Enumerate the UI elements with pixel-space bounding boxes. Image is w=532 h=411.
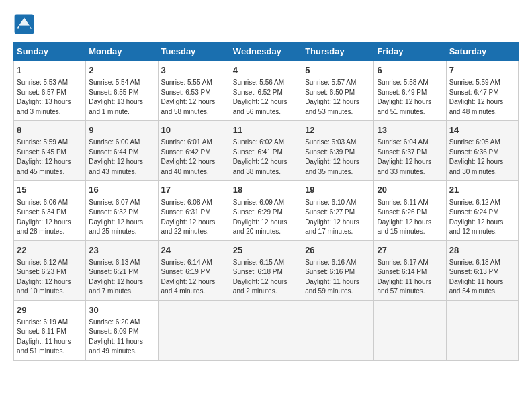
day-info: Sunrise: 6:08 AMSunset: 6:31 PMDaylight:… (161, 198, 227, 237)
day-info: Sunrise: 6:00 AMSunset: 6:44 PMDaylight:… (89, 138, 154, 177)
day-number: 11 (233, 124, 299, 136)
col-header-tuesday: Tuesday (158, 42, 230, 61)
table-row: 26Sunrise: 6:16 AMSunset: 6:16 PMDayligh… (302, 240, 374, 300)
day-number: 26 (305, 244, 371, 257)
calendar-table: SundayMondayTuesdayWednesdayThursdayFrid… (13, 42, 519, 361)
day-number: 4 (233, 64, 299, 77)
day-info: Sunrise: 5:59 AMSunset: 6:45 PMDaylight:… (17, 138, 83, 177)
col-header-thursday: Thursday (302, 42, 374, 61)
day-number: 29 (17, 304, 83, 316)
table-row: 9Sunrise: 6:00 AMSunset: 6:44 PMDaylight… (86, 121, 158, 181)
table-row: 23Sunrise: 6:13 AMSunset: 6:21 PMDayligh… (86, 240, 158, 300)
day-info: Sunrise: 6:10 AMSunset: 6:27 PMDaylight:… (305, 198, 371, 237)
day-info: Sunrise: 6:01 AMSunset: 6:42 PMDaylight:… (161, 138, 227, 177)
table-row: 20Sunrise: 6:11 AMSunset: 6:26 PMDayligh… (374, 181, 446, 240)
day-info: Sunrise: 6:11 AMSunset: 6:26 PMDaylight:… (377, 198, 443, 237)
day-number: 16 (89, 184, 154, 196)
day-info: Sunrise: 5:56 AMSunset: 6:52 PMDaylight:… (233, 78, 299, 117)
day-info: Sunrise: 6:20 AMSunset: 6:09 PMDaylight:… (89, 318, 154, 357)
table-row (230, 300, 302, 360)
table-row: 14Sunrise: 6:05 AMSunset: 6:36 PMDayligh… (446, 121, 518, 181)
table-row: 6Sunrise: 5:58 AMSunset: 6:49 PMDaylight… (374, 61, 446, 121)
day-info: Sunrise: 5:58 AMSunset: 6:49 PMDaylight:… (377, 78, 443, 117)
day-info: Sunrise: 6:13 AMSunset: 6:21 PMDaylight:… (89, 258, 154, 297)
day-info: Sunrise: 5:59 AMSunset: 6:47 PMDaylight:… (449, 78, 515, 117)
table-row: 18Sunrise: 6:09 AMSunset: 6:29 PMDayligh… (230, 181, 302, 240)
day-number: 5 (305, 64, 371, 77)
day-info: Sunrise: 6:12 AMSunset: 6:23 PMDaylight:… (17, 258, 83, 297)
col-header-sunday: Sunday (14, 42, 86, 61)
day-number: 1 (17, 64, 83, 77)
day-number: 9 (89, 124, 154, 136)
day-number: 8 (17, 124, 83, 136)
day-number: 2 (89, 64, 154, 77)
day-number: 18 (233, 184, 299, 196)
table-row: 15Sunrise: 6:06 AMSunset: 6:34 PMDayligh… (14, 181, 86, 240)
day-number: 21 (449, 184, 515, 196)
day-info: Sunrise: 5:57 AMSunset: 6:50 PMDaylight:… (305, 78, 371, 117)
day-info: Sunrise: 5:54 AMSunset: 6:55 PMDaylight:… (89, 78, 154, 117)
table-row: 5Sunrise: 5:57 AMSunset: 6:50 PMDaylight… (302, 61, 374, 121)
table-row: 10Sunrise: 6:01 AMSunset: 6:42 PMDayligh… (158, 121, 230, 181)
day-info: Sunrise: 6:04 AMSunset: 6:37 PMDaylight:… (377, 138, 443, 177)
table-row: 3Sunrise: 5:55 AMSunset: 6:53 PMDaylight… (158, 61, 230, 121)
day-number: 30 (89, 304, 154, 316)
day-number: 7 (449, 64, 515, 77)
day-info: Sunrise: 6:15 AMSunset: 6:18 PMDaylight:… (233, 258, 299, 297)
col-header-saturday: Saturday (446, 42, 518, 61)
logo-icon (13, 13, 35, 35)
day-number: 12 (305, 124, 371, 136)
col-header-friday: Friday (374, 42, 446, 61)
table-row: 1Sunrise: 5:53 AMSunset: 6:57 PMDaylight… (14, 61, 86, 121)
col-header-monday: Monday (86, 42, 158, 61)
table-row (374, 300, 446, 360)
col-header-wednesday: Wednesday (230, 42, 302, 61)
day-info: Sunrise: 6:17 AMSunset: 6:14 PMDaylight:… (377, 258, 443, 297)
day-number: 10 (161, 124, 227, 136)
table-row: 11Sunrise: 6:02 AMSunset: 6:41 PMDayligh… (230, 121, 302, 181)
day-info: Sunrise: 6:07 AMSunset: 6:32 PMDaylight:… (89, 198, 154, 237)
day-number: 28 (449, 244, 515, 257)
table-row: 27Sunrise: 6:17 AMSunset: 6:14 PMDayligh… (374, 240, 446, 300)
day-number: 22 (17, 244, 83, 257)
day-info: Sunrise: 6:02 AMSunset: 6:41 PMDaylight:… (233, 138, 299, 177)
day-number: 15 (17, 184, 83, 196)
table-row: 19Sunrise: 6:10 AMSunset: 6:27 PMDayligh… (302, 181, 374, 240)
day-number: 25 (233, 244, 299, 257)
day-number: 19 (305, 184, 371, 196)
table-row: 8Sunrise: 5:59 AMSunset: 6:45 PMDaylight… (14, 121, 86, 181)
table-row: 24Sunrise: 6:14 AMSunset: 6:19 PMDayligh… (158, 240, 230, 300)
day-number: 14 (449, 124, 515, 136)
day-info: Sunrise: 6:03 AMSunset: 6:39 PMDaylight:… (305, 138, 371, 177)
table-row: 25Sunrise: 6:15 AMSunset: 6:18 PMDayligh… (230, 240, 302, 300)
table-row: 12Sunrise: 6:03 AMSunset: 6:39 PMDayligh… (302, 121, 374, 181)
day-info: Sunrise: 6:09 AMSunset: 6:29 PMDaylight:… (233, 198, 299, 237)
table-row: 2Sunrise: 5:54 AMSunset: 6:55 PMDaylight… (86, 61, 158, 121)
table-row: 17Sunrise: 6:08 AMSunset: 6:31 PMDayligh… (158, 181, 230, 240)
day-info: Sunrise: 6:14 AMSunset: 6:19 PMDaylight:… (161, 258, 227, 297)
table-row: 16Sunrise: 6:07 AMSunset: 6:32 PMDayligh… (86, 181, 158, 240)
day-info: Sunrise: 5:53 AMSunset: 6:57 PMDaylight:… (17, 78, 83, 117)
day-info: Sunrise: 5:55 AMSunset: 6:53 PMDaylight:… (161, 78, 227, 117)
table-row: 21Sunrise: 6:12 AMSunset: 6:24 PMDayligh… (446, 181, 518, 240)
table-row: 22Sunrise: 6:12 AMSunset: 6:23 PMDayligh… (14, 240, 86, 300)
table-row (446, 300, 518, 360)
table-row: 7Sunrise: 5:59 AMSunset: 6:47 PMDaylight… (446, 61, 518, 121)
table-row: 4Sunrise: 5:56 AMSunset: 6:52 PMDaylight… (230, 61, 302, 121)
day-info: Sunrise: 6:18 AMSunset: 6:13 PMDaylight:… (449, 258, 515, 297)
table-row (302, 300, 374, 360)
table-row: 28Sunrise: 6:18 AMSunset: 6:13 PMDayligh… (446, 240, 518, 300)
day-number: 20 (377, 184, 443, 196)
page-header (13, 13, 519, 35)
day-number: 17 (161, 184, 227, 196)
day-info: Sunrise: 6:06 AMSunset: 6:34 PMDaylight:… (17, 198, 83, 237)
day-info: Sunrise: 6:16 AMSunset: 6:16 PMDaylight:… (305, 258, 371, 297)
svg-rect-2 (19, 26, 30, 30)
day-info: Sunrise: 6:12 AMSunset: 6:24 PMDaylight:… (449, 198, 515, 237)
logo (13, 13, 39, 35)
table-row: 30Sunrise: 6:20 AMSunset: 6:09 PMDayligh… (86, 300, 158, 360)
table-row: 29Sunrise: 6:19 AMSunset: 6:11 PMDayligh… (14, 300, 86, 360)
day-info: Sunrise: 6:19 AMSunset: 6:11 PMDaylight:… (17, 318, 83, 357)
day-number: 23 (89, 244, 154, 257)
day-number: 3 (161, 64, 227, 77)
